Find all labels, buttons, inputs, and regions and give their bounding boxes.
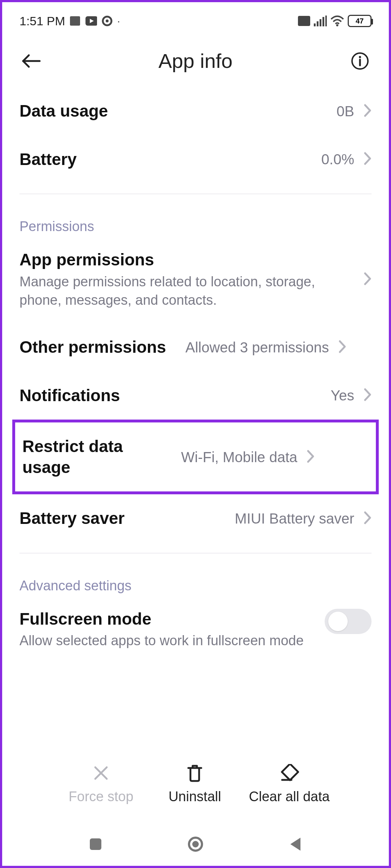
- row-title: Fullscreen mode: [19, 609, 317, 630]
- page-title: App info: [43, 49, 348, 73]
- triangle-left-icon: [288, 836, 303, 852]
- section-permissions-label: Permissions: [2, 204, 389, 236]
- nav-back-button[interactable]: [285, 833, 306, 855]
- app-notification-icon-1: [70, 15, 81, 27]
- app-notification-icon-2: [101, 15, 113, 27]
- status-right: 47: [298, 15, 372, 27]
- section-advanced-label: Advanced settings: [2, 564, 389, 595]
- clear-all-data-button[interactable]: Clear all data: [249, 762, 330, 804]
- row-notifications[interactable]: Notifications Yes: [2, 372, 389, 420]
- bottom-action-bar: Force stop Uninstall Clear all data: [2, 755, 389, 812]
- eraser-icon: [278, 762, 300, 784]
- svg-rect-9: [322, 17, 324, 26]
- wifi-icon: [330, 16, 344, 26]
- highlight-restrict-data-usage: Restrict data usage Wi-Fi, Mobile data: [12, 420, 379, 494]
- row-title: Battery: [19, 149, 314, 170]
- chevron-right-icon: [364, 152, 372, 167]
- row-title: Battery saver: [19, 508, 228, 529]
- row-subtitle: Allow selected apps to work in fullscree…: [19, 632, 317, 650]
- settings-list: Data usage 0B Battery 0.0% Permissions A…: [2, 87, 389, 664]
- row-value: Wi-Fi, Mobile data: [181, 448, 297, 466]
- row-value: Allowed 3 permissions: [185, 338, 329, 357]
- signal-icon: [314, 16, 327, 26]
- battery-level: 47: [356, 17, 364, 25]
- square-icon: [88, 837, 103, 851]
- chevron-right-icon: [338, 340, 346, 355]
- row-battery[interactable]: Battery 0.0%: [2, 135, 389, 184]
- row-value: 0.0%: [321, 150, 354, 169]
- row-fullscreen-mode[interactable]: Fullscreen mode Allow selected apps to w…: [2, 595, 389, 664]
- row-battery-saver[interactable]: Battery saver MIUI Battery saver: [2, 494, 389, 543]
- force-stop-button[interactable]: Force stop: [61, 762, 141, 804]
- nav-home-button[interactable]: [185, 833, 206, 855]
- chevron-right-icon: [364, 511, 372, 526]
- svg-rect-8: [320, 19, 321, 26]
- svg-point-11: [336, 24, 338, 26]
- system-nav-bar: [2, 833, 389, 855]
- info-button[interactable]: [348, 49, 372, 73]
- row-title: Notifications: [19, 385, 324, 406]
- battery-icon: 47: [348, 15, 372, 27]
- divider: [19, 194, 372, 194]
- status-left: 1:51 PM ·: [19, 14, 120, 28]
- svg-rect-7: [317, 21, 318, 26]
- more-notifications-icon: ·: [117, 16, 120, 26]
- row-value: MIUI Battery saver: [235, 509, 354, 528]
- svg-rect-6: [314, 23, 316, 26]
- info-icon: [351, 52, 369, 70]
- svg-marker-24: [290, 838, 300, 851]
- svg-point-23: [192, 841, 199, 847]
- fullscreen-toggle[interactable]: [325, 609, 372, 634]
- status-bar: 1:51 PM · 47: [2, 2, 389, 35]
- nav-recents-button[interactable]: [85, 833, 106, 855]
- uninstall-button[interactable]: Uninstall: [155, 762, 234, 804]
- row-title: Other permissions: [19, 337, 178, 358]
- chevron-right-icon: [364, 104, 372, 119]
- svg-rect-0: [70, 16, 80, 26]
- close-icon: [90, 762, 112, 784]
- divider: [19, 553, 372, 554]
- svg-point-4: [106, 19, 109, 22]
- chevron-right-icon: [364, 388, 372, 403]
- svg-rect-19: [282, 764, 298, 780]
- status-time: 1:51 PM: [19, 14, 65, 28]
- action-label: Force stop: [69, 789, 133, 804]
- row-restrict-data-usage[interactable]: Restrict data usage Wi-Fi, Mobile data: [15, 422, 376, 491]
- svg-rect-5: [298, 16, 310, 26]
- chevron-right-icon: [364, 272, 372, 287]
- row-title: Data usage: [19, 101, 329, 122]
- svg-rect-21: [90, 838, 101, 850]
- svg-point-14: [359, 56, 361, 58]
- row-value: 0B: [337, 102, 354, 121]
- row-title: App permissions: [19, 249, 354, 270]
- app-header: App info: [2, 35, 389, 87]
- row-app-permissions[interactable]: App permissions Manage permissions relat…: [2, 236, 389, 323]
- action-label: Clear all data: [249, 789, 330, 804]
- row-title: Restrict data usage: [22, 436, 174, 478]
- svg-rect-10: [325, 16, 327, 26]
- toggle-knob: [328, 612, 348, 631]
- circle-icon: [187, 836, 204, 853]
- row-value: Yes: [331, 386, 354, 405]
- row-other-permissions[interactable]: Other permissions Allowed 3 permissions: [2, 323, 389, 372]
- action-label: Uninstall: [168, 789, 221, 804]
- volte-icon: [298, 16, 310, 26]
- trash-icon: [184, 762, 206, 784]
- arrow-left-icon: [21, 54, 41, 68]
- row-subtitle: Manage permissions related to location, …: [19, 273, 354, 310]
- youtube-icon: [85, 15, 97, 27]
- row-data-usage[interactable]: Data usage 0B: [2, 87, 389, 135]
- chevron-right-icon: [307, 450, 315, 465]
- back-button[interactable]: [19, 49, 43, 73]
